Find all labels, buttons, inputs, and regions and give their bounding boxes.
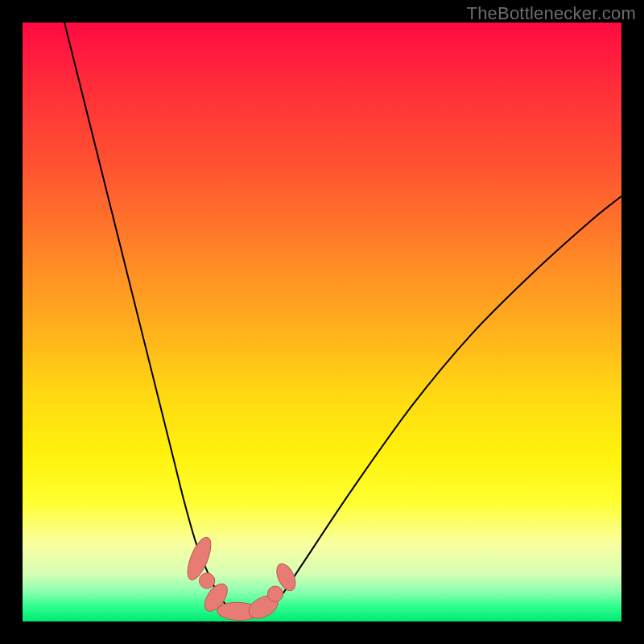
curve-marker <box>267 586 283 601</box>
bottleneck-curve <box>23 23 621 621</box>
plot-area <box>23 23 621 621</box>
curve-markers <box>183 535 299 621</box>
watermark-text: TheBottlenecker.com <box>467 3 636 24</box>
curve-marker <box>199 573 214 588</box>
curve-path <box>64 23 621 613</box>
chart-frame: TheBottlenecker.com <box>0 0 644 644</box>
